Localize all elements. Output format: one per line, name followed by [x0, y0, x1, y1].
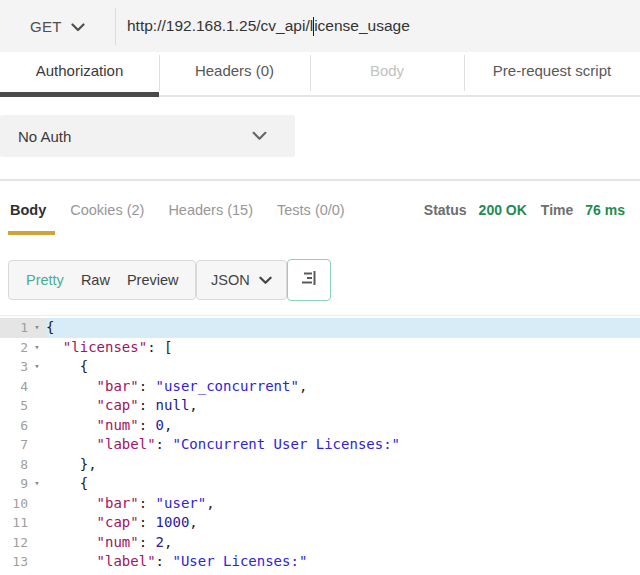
code-text: "num": 2,: [46, 533, 640, 553]
chevron-down-icon: [252, 127, 267, 145]
triangle-down-icon[interactable]: ▾: [28, 474, 46, 494]
line-number: 6: [0, 416, 28, 436]
line-gutter: 10: [0, 494, 46, 514]
code-line: 1▾{: [0, 318, 640, 338]
view-mode-pretty[interactable]: Pretty: [26, 272, 64, 288]
time-value: 76 ms: [585, 202, 625, 218]
triangle-down-icon[interactable]: ▾: [28, 357, 46, 377]
code-lines: 1▾{2▾ "licenses": [3▾ {4 "bar": "user_co…: [0, 318, 640, 575]
line-number: 8: [0, 455, 28, 475]
code-text: "num": 0,: [46, 416, 640, 436]
fold-spacer: [28, 533, 46, 553]
fold-spacer: [28, 377, 46, 397]
wrap-text-button[interactable]: [287, 259, 331, 301]
view-mode-raw[interactable]: Raw: [81, 272, 110, 288]
chevron-down-icon: [71, 18, 85, 35]
response-tab-cookies[interactable]: Cookies (2): [70, 202, 144, 218]
code-line: 9▾ {: [0, 474, 640, 494]
line-gutter: 3▾: [0, 357, 46, 377]
line-number: 9: [0, 474, 28, 494]
status-label: Status: [424, 202, 467, 218]
fold-spacer: [28, 416, 46, 436]
tab-body[interactable]: Body: [310, 65, 464, 92]
url-input[interactable]: http://192.168.1.25/cv_api/license_usage: [127, 0, 410, 52]
code-line: 4 "bar": "user_concurrent",: [0, 377, 640, 397]
line-number: 11: [0, 513, 28, 533]
line-number: 14: [0, 572, 28, 575]
tab-label: Pre-request script: [464, 65, 640, 81]
tab-label: Body: [310, 65, 464, 81]
status-value: 200 OK: [479, 202, 527, 218]
code-text: {: [46, 474, 640, 494]
line-number: 4: [0, 377, 28, 397]
line-gutter: 12: [0, 533, 46, 553]
code-line: 10 "bar": "user",: [0, 494, 640, 514]
line-gutter: 8: [0, 455, 46, 475]
tab-pre-request-script[interactable]: Pre-request script: [464, 65, 640, 92]
fold-spacer: [28, 494, 46, 514]
line-gutter: 6: [0, 416, 46, 436]
code-line: 8 },: [0, 455, 640, 475]
code-line: 7 "label": "Concurrent User Licenses:": [0, 435, 640, 455]
active-response-tab-underline: [8, 231, 55, 235]
status-time-group: Status 200 OK Time 76 ms: [424, 202, 625, 218]
code-text: "licenses": [: [46, 338, 640, 358]
line-gutter: 11: [0, 513, 46, 533]
auth-type-value: No Auth: [18, 128, 71, 145]
fold-spacer: [28, 552, 46, 572]
url-text-after-caret: icense_usage: [314, 17, 410, 35]
method-label: GET: [30, 18, 62, 35]
response-body-editor[interactable]: 1▾{2▾ "licenses": [3▾ {4 "bar": "user_co…: [0, 315, 640, 575]
code-line: 12 "num": 2,: [0, 533, 640, 553]
time-label: Time: [541, 202, 573, 218]
line-number: 10: [0, 494, 28, 514]
line-number: 7: [0, 435, 28, 455]
line-gutter: 1▾: [0, 318, 46, 338]
line-gutter: 14: [0, 572, 46, 575]
code-line: 13 "label": "User Licenses:": [0, 552, 640, 572]
url-text-before-caret: http://192.168.1.25/cv_api/l: [127, 17, 313, 35]
fold-spacer: [28, 435, 46, 455]
code-line: 2▾ "licenses": [: [0, 338, 640, 358]
code-text: "label": "User Licenses:": [46, 552, 640, 572]
code-text: "bar": "user",: [46, 494, 640, 514]
line-gutter: 13: [0, 552, 46, 572]
code-text: "label": "Concurrent User Licenses:": [46, 435, 640, 455]
code-text: "cap": null,: [46, 396, 640, 416]
line-number: 5: [0, 396, 28, 416]
fold-spacer: [28, 455, 46, 475]
code-text: {: [46, 357, 640, 377]
authorization-panel: No Auth: [0, 97, 640, 181]
view-mode-switch: Pretty Raw Preview: [8, 260, 196, 300]
response-meta-bar: Body Cookies (2) Headers (15) Tests (0/0…: [0, 181, 640, 240]
line-gutter: 5: [0, 396, 46, 416]
line-gutter: 9▾: [0, 474, 46, 494]
method-selector[interactable]: GET: [30, 0, 85, 52]
code-text: "cap": 1000,: [46, 513, 640, 533]
tab-headers[interactable]: Headers (0): [159, 65, 310, 92]
response-tab-headers[interactable]: Headers (15): [168, 202, 253, 218]
line-gutter: 2▾: [0, 338, 46, 358]
auth-type-select[interactable]: No Auth: [0, 115, 295, 157]
chevron-down-icon: [259, 272, 272, 288]
code-line: 3▾ {: [0, 357, 640, 377]
triangle-down-icon[interactable]: ▾: [28, 338, 46, 358]
code-line: 5 "cap": null,: [0, 396, 640, 416]
request-tabs: Authorization Headers (0) Body Pre-reque…: [0, 52, 640, 97]
tab-authorization[interactable]: Authorization: [0, 65, 159, 92]
url-bar: GET http://192.168.1.25/cv_api/license_u…: [0, 0, 640, 52]
code-text: }: [46, 572, 640, 575]
view-mode-preview[interactable]: Preview: [127, 272, 179, 288]
code-line: 6 "num": 0,: [0, 416, 640, 436]
line-number: 1: [0, 318, 28, 338]
response-tab-body[interactable]: Body: [10, 202, 46, 218]
line-number: 13: [0, 552, 28, 572]
format-select[interactable]: JSON: [196, 260, 287, 300]
response-toolbar: Pretty Raw Preview JSON: [0, 240, 640, 315]
align-right-indent-icon: [299, 268, 319, 292]
code-text: {: [46, 318, 640, 338]
tab-label: Headers (0): [159, 65, 310, 81]
code-line: 11 "cap": 1000,: [0, 513, 640, 533]
response-tab-tests[interactable]: Tests (0/0): [277, 202, 345, 218]
triangle-down-icon[interactable]: ▾: [28, 318, 46, 338]
